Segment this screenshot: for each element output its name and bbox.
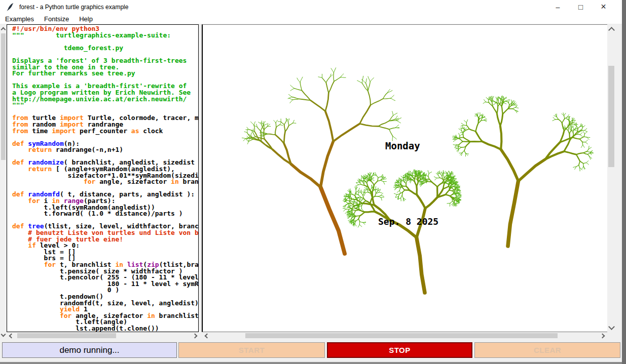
app-window: forest - a Python turtle graphics exampl… (0, 0, 626, 364)
close-button[interactable]: × (592, 0, 615, 14)
canvas-text-label: Sep. 8 2025 (378, 216, 438, 227)
code-hscroll-thumb[interactable] (17, 333, 116, 338)
maximize-button[interactable]: □ (569, 0, 592, 14)
scroll-down-icon[interactable] (607, 323, 615, 330)
menu-bar: Examples Fontsize Help (0, 14, 622, 24)
code-horizontal-scrollbar[interactable] (7, 332, 199, 339)
menu-examples[interactable]: Examples (0, 14, 39, 24)
window-bottom-edge (0, 362, 622, 364)
window-right-edge (622, 0, 626, 364)
scroll-up-icon[interactable] (607, 27, 615, 33)
canvas-vscroll-thumb[interactable] (608, 66, 614, 167)
title-bar: forest - a Python turtle graphics exampl… (0, 0, 622, 14)
menu-fontsize[interactable]: Fontsize (39, 14, 74, 24)
clear-button[interactable]: CLEAR (474, 342, 620, 358)
window-title: forest - a Python turtle graphics exampl… (19, 4, 128, 11)
code-vscroll-thumb[interactable] (1, 33, 6, 160)
menu-help[interactable]: Help (74, 14, 98, 24)
python-feather-icon (6, 3, 14, 11)
scroll-down-icon[interactable] (0, 331, 7, 337)
scroll-left-icon[interactable] (204, 332, 210, 339)
forest-drawing (203, 25, 607, 332)
scroll-left-icon[interactable] (8, 332, 14, 339)
scroll-up-icon[interactable] (0, 26, 7, 32)
canvas-horizontal-scrollbar[interactable] (202, 332, 607, 339)
canvas-hscroll-thumb[interactable] (245, 333, 558, 338)
code-text: #!/usr/bin/env python3""" turtlegraphics… (12, 26, 199, 332)
start-button[interactable]: START (178, 342, 325, 358)
minimize-button[interactable]: – (546, 0, 569, 14)
canvas-vertical-scrollbar[interactable] (607, 24, 615, 332)
scroll-right-icon[interactable] (192, 332, 198, 339)
stop-button[interactable]: STOP (327, 342, 472, 358)
scroll-right-icon[interactable] (599, 332, 605, 339)
canvas-text-label: Monday (385, 140, 420, 151)
status-message: demo running... (2, 342, 177, 358)
turtle-canvas: MondaySep. 8 2025 (202, 24, 607, 332)
code-vertical-scrollbar[interactable] (0, 24, 7, 339)
code-pane[interactable]: #!/usr/bin/env python3""" turtlegraphics… (7, 24, 199, 332)
